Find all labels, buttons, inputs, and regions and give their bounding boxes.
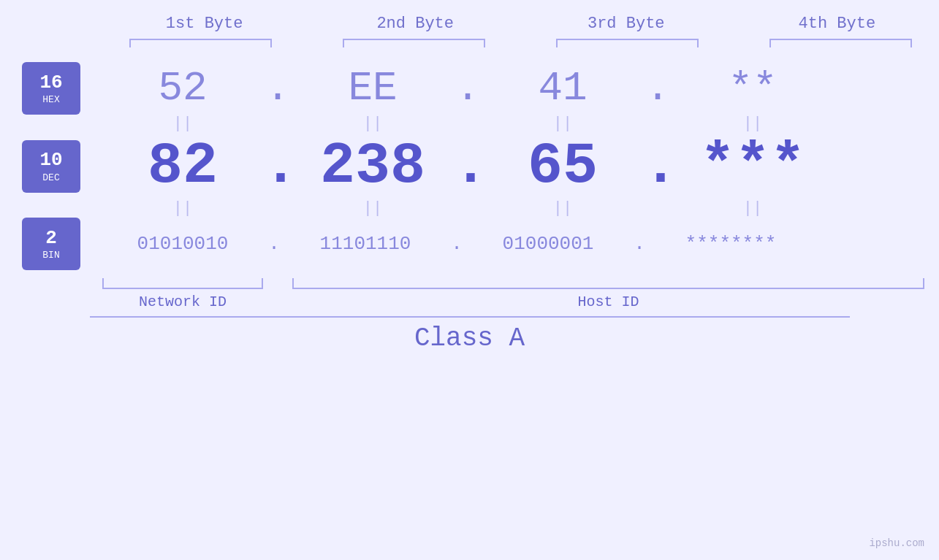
- hex-b4-value: **: [728, 65, 777, 112]
- bin-base-number: 2: [45, 227, 57, 250]
- bin-b2-value: 11101110: [320, 233, 411, 255]
- network-bracket: [102, 278, 263, 289]
- eq2-c2: ||: [292, 199, 453, 218]
- bottom-bracket-area: Network ID Host ID: [0, 275, 939, 310]
- dec-b4-cell: ***: [672, 133, 833, 199]
- dec-base-label: DEC: [42, 172, 59, 183]
- hex-badge: 16 HEX: [22, 62, 80, 115]
- eq1-s2: ||: [363, 115, 382, 133]
- bin-b3-value: 01000001: [503, 233, 594, 255]
- class-divider-line: [90, 316, 850, 318]
- dec-base-number: 10: [39, 149, 62, 172]
- eq2-c4: ||: [672, 199, 833, 218]
- bin-dot3: .: [628, 233, 650, 255]
- id-label-row: Network ID Host ID: [102, 294, 924, 310]
- hex-b3-cell: 41: [482, 65, 643, 112]
- byte3-header: 3rd Byte: [546, 15, 707, 33]
- bin-data: 01010010 . 11101110 . 01000001 . *******…: [102, 233, 939, 255]
- byte-headers: 1st Byte 2nd Byte 3rd Byte 4th Byte: [119, 15, 923, 33]
- dec-badge-col: 10 DEC: [0, 140, 102, 193]
- eq2-s2: ||: [363, 199, 382, 218]
- equals-row-2: || || || ||: [0, 199, 939, 218]
- dec-b3-cell: 65: [482, 133, 643, 199]
- bracket-byte4: [769, 39, 912, 47]
- bin-row: 2 BIN 01010010 . 11101110 . 01000001 . *…: [0, 218, 939, 270]
- main-container: 1st Byte 2nd Byte 3rd Byte 4th Byte 16 H…: [0, 0, 939, 560]
- eq2-c3: ||: [482, 199, 643, 218]
- hex-b2-cell: EE: [292, 65, 453, 112]
- bin-badge: 2 BIN: [22, 218, 80, 270]
- top-brackets: [119, 39, 923, 47]
- hex-dot1: .: [263, 65, 292, 112]
- hex-b1-value: 52: [158, 65, 207, 112]
- dec-b1-cell: 82: [102, 133, 263, 199]
- dec-b2-value: 238: [320, 133, 425, 199]
- dec-dot3: .: [643, 133, 672, 199]
- equals-row-1: || || || ||: [0, 115, 939, 133]
- dec-badge: 10 DEC: [22, 140, 80, 193]
- dec-dot2: .: [453, 133, 482, 199]
- byte1-header: 1st Byte: [124, 15, 285, 33]
- eq1-c1: ||: [102, 115, 263, 133]
- bin-base-label: BIN: [42, 250, 59, 261]
- bottom-left-spacer: [0, 275, 102, 310]
- eq2-s1: ||: [173, 199, 192, 218]
- hex-dot2: .: [453, 65, 482, 112]
- hex-b2-value: EE: [348, 65, 397, 112]
- hex-base-label: HEX: [42, 94, 59, 105]
- bin-b1-cell: 01010010: [102, 233, 263, 255]
- byte2-header: 2nd Byte: [335, 15, 495, 33]
- bin-badge-col: 2 BIN: [0, 218, 102, 270]
- label-gap1: [263, 294, 292, 310]
- dec-dot1: .: [263, 133, 292, 199]
- bracket-byte1: [129, 39, 272, 47]
- dec-b2-cell: 238: [292, 133, 453, 199]
- bottom-bracket-lines: [102, 275, 924, 289]
- hex-badge-col: 16 HEX: [0, 62, 102, 115]
- dec-b4-value: ***: [700, 133, 805, 199]
- eq1-data: || || || ||: [102, 115, 939, 133]
- bin-dot1: .: [263, 233, 285, 255]
- hex-base-number: 16: [39, 72, 62, 94]
- dec-b3-value: 65: [528, 133, 598, 199]
- bin-dot2: .: [446, 233, 468, 255]
- eq1-s4: ||: [743, 115, 762, 133]
- bin-b4-cell: ********: [650, 233, 811, 255]
- bin-b3-cell: 01000001: [468, 233, 628, 255]
- eq1-c4: ||: [672, 115, 833, 133]
- eq1-s3: ||: [553, 115, 572, 133]
- byte4-header: 4th Byte: [756, 15, 917, 33]
- network-id-label: Network ID: [102, 294, 263, 310]
- host-id-label: Host ID: [292, 294, 924, 310]
- hex-b3-value: 41: [538, 65, 587, 112]
- eq1-c2: ||: [292, 115, 453, 133]
- bracket-byte3: [556, 39, 699, 47]
- class-label: Class A: [414, 323, 525, 353]
- host-bracket: [292, 278, 924, 289]
- class-section: Class A: [0, 316, 939, 353]
- hex-b4-cell: **: [672, 65, 833, 112]
- dec-row: 10 DEC 82 . 238 . 65 . ***: [0, 133, 939, 199]
- eq1-s1: ||: [173, 115, 192, 133]
- eq2-c1: ||: [102, 199, 263, 218]
- eq2-data: || || || ||: [102, 199, 939, 218]
- hex-data: 52 . EE . 41 . **: [102, 65, 939, 112]
- eq1-c3: ||: [482, 115, 643, 133]
- bin-b1-value: 01010010: [137, 233, 229, 255]
- hex-row: 16 HEX 52 . EE . 41 . **: [0, 62, 939, 115]
- eq2-s4: ||: [743, 199, 762, 218]
- hex-b1-cell: 52: [102, 65, 263, 112]
- bin-b2-cell: 11101110: [285, 233, 446, 255]
- dec-b1-value: 82: [148, 133, 218, 199]
- hex-dot3: .: [643, 65, 672, 112]
- dec-data: 82 . 238 . 65 . ***: [102, 133, 939, 199]
- watermark: ipshu.com: [869, 537, 924, 549]
- bottom-bracket-inner: Network ID Host ID: [102, 275, 939, 310]
- eq2-s3: ||: [553, 199, 572, 218]
- bracket-byte2: [343, 39, 485, 47]
- bin-b4-value: ********: [685, 233, 777, 255]
